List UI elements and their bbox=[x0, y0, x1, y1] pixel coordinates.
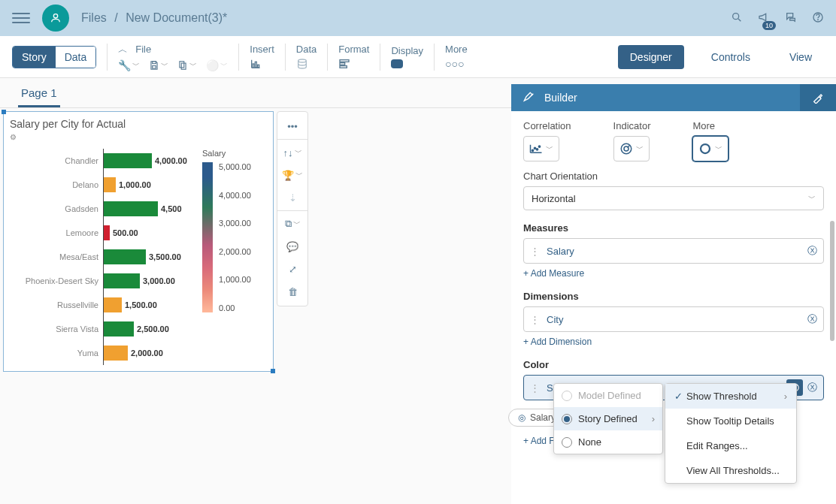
help-icon[interactable] bbox=[812, 11, 824, 26]
comment-icon[interactable] bbox=[391, 59, 403, 68]
chart-insert-icon[interactable] bbox=[250, 58, 262, 70]
mode-story[interactable]: Story bbox=[13, 47, 56, 68]
add-measure-link[interactable]: + Add Measure bbox=[523, 268, 584, 279]
more-dots-icon[interactable]: ○○○ bbox=[445, 58, 464, 70]
submenu-view-all[interactable]: View All Thresholds... bbox=[665, 458, 796, 483]
breadcrumb-sep: / bbox=[114, 11, 117, 24]
copy-icon[interactable]: ﹀ bbox=[177, 60, 197, 71]
shell-left: Files / New Document(3)* bbox=[12, 5, 227, 32]
share-icon[interactable]: ⚪﹀ bbox=[206, 59, 228, 71]
bar-row[interactable]: 500.00 bbox=[104, 221, 198, 245]
measure-chip-text: Salary bbox=[547, 246, 807, 257]
more-label: More bbox=[445, 44, 468, 55]
bar[interactable] bbox=[104, 321, 134, 337]
svg-rect-13 bbox=[340, 63, 345, 65]
remove-measure-icon[interactable]: ⓧ bbox=[807, 244, 817, 258]
scrollbar[interactable] bbox=[828, 206, 836, 386]
rank-icon[interactable]: 🏆 ﹀ bbox=[277, 164, 307, 186]
display-group: Display bbox=[391, 45, 423, 68]
bar[interactable] bbox=[104, 346, 128, 361]
bar-row[interactable]: 2,000.00 bbox=[104, 341, 198, 365]
viz-more-button[interactable]: ﹀ bbox=[692, 136, 728, 161]
drag-handle-icon[interactable]: ⋮ bbox=[530, 382, 541, 394]
delete-icon[interactable]: 🗑 bbox=[277, 280, 307, 303]
megaphone-icon[interactable]: 10 bbox=[758, 11, 770, 26]
dimension-chip[interactable]: ⋮ City ⓧ bbox=[523, 306, 824, 332]
bar-row[interactable]: 4,500 bbox=[104, 197, 198, 221]
drag-handle-icon[interactable]: ⋮ bbox=[530, 246, 541, 257]
viz-correlation-button[interactable]: ﹀ bbox=[523, 136, 559, 161]
breadcrumb-root[interactable]: Files bbox=[81, 11, 107, 24]
data-stack-icon[interactable] bbox=[296, 58, 308, 70]
orientation-select[interactable]: Horizontal ﹀ bbox=[523, 186, 824, 210]
toolbar-right: Designer Controls View bbox=[618, 45, 824, 69]
page-tab-1[interactable]: Page 1 bbox=[18, 80, 60, 107]
svg-point-3 bbox=[818, 20, 819, 20]
popup-none[interactable]: None bbox=[554, 430, 662, 454]
insert-group: Insert bbox=[250, 44, 274, 70]
fullscreen-icon[interactable]: ⤢ bbox=[277, 258, 307, 280]
bar[interactable] bbox=[104, 297, 122, 312]
drill-icon[interactable]: ⇣ bbox=[277, 186, 307, 209]
viz-indicator-button[interactable]: ﹀ bbox=[613, 136, 650, 161]
drag-handle-icon[interactable]: ⋮ bbox=[530, 314, 541, 325]
bar-row[interactable]: 2,500.00 bbox=[104, 317, 198, 341]
avatar[interactable] bbox=[42, 5, 69, 32]
search-icon[interactable] bbox=[731, 11, 743, 26]
chart-menu-icon[interactable]: ••• bbox=[277, 115, 307, 137]
bar[interactable] bbox=[104, 153, 152, 168]
remove-color-icon[interactable]: ⓧ bbox=[807, 381, 817, 394]
wrench-icon[interactable]: 🔧﹀ bbox=[118, 59, 140, 71]
bar[interactable] bbox=[104, 201, 158, 216]
submenu-show-tooltip[interactable]: Show Tooltip Details bbox=[665, 409, 796, 433]
bar[interactable] bbox=[104, 225, 110, 240]
chart-card[interactable]: Salary per City for Actual ⚙ ChandlerDel… bbox=[3, 111, 274, 372]
remove-dimension-icon[interactable]: ⓧ bbox=[807, 312, 817, 326]
copy-chart-icon[interactable]: ⧉ ﹀ bbox=[277, 213, 307, 235]
svg-point-17 bbox=[536, 149, 538, 150]
controls-button[interactable]: Controls bbox=[699, 45, 762, 69]
measure-chip[interactable]: ⋮ Salary ⓧ bbox=[523, 238, 824, 264]
sort-icon[interactable]: ↑↓ ﹀ bbox=[277, 141, 307, 164]
submenu-edit-ranges[interactable]: Edit Ranges... bbox=[665, 433, 796, 458]
save-icon[interactable]: ﹀ bbox=[149, 60, 168, 71]
menu-icon[interactable] bbox=[12, 9, 30, 27]
bar[interactable] bbox=[104, 177, 116, 192]
styling-tab-icon[interactable] bbox=[800, 84, 836, 111]
add-dimension-link[interactable]: + Add Dimension bbox=[523, 337, 592, 347]
popup-story-defined[interactable]: Story Defined› bbox=[554, 407, 662, 430]
popup-model-defined: Model Defined bbox=[554, 384, 662, 407]
breadcrumb-current[interactable]: New Document(3)* bbox=[126, 11, 227, 24]
file-label: File bbox=[135, 44, 151, 55]
svg-point-1 bbox=[733, 13, 739, 19]
bar-row[interactable]: 1,500.00 bbox=[104, 293, 198, 317]
svg-rect-9 bbox=[256, 62, 257, 68]
bar-row[interactable]: 4,000.00 bbox=[104, 149, 198, 173]
comment-chart-icon[interactable]: 💬 bbox=[277, 235, 307, 258]
toolbar: Story Data ︿ File 🔧﹀ ﹀ ﹀ ⚪﹀ Insert Data … bbox=[0, 36, 836, 78]
bar-value: 1,000.00 bbox=[119, 180, 151, 189]
svg-rect-10 bbox=[258, 65, 259, 68]
view-button[interactable]: View bbox=[777, 45, 824, 69]
svg-rect-6 bbox=[180, 61, 184, 67]
submenu-show-threshold[interactable]: ✓Show Threshold› bbox=[665, 384, 796, 409]
svg-point-21 bbox=[701, 144, 710, 153]
chevron-right-icon: › bbox=[652, 413, 655, 424]
orientation-label: Chart Orientation bbox=[523, 171, 824, 182]
bar[interactable] bbox=[104, 249, 146, 264]
bar-row[interactable]: 3,000.00 bbox=[104, 269, 198, 293]
bar-label: Mesa/East bbox=[8, 245, 98, 269]
mode-data[interactable]: Data bbox=[56, 47, 96, 68]
chevron-right-icon: › bbox=[784, 391, 787, 402]
chart-settings-icon[interactable]: ⚙ bbox=[8, 133, 268, 141]
designer-button[interactable]: Designer bbox=[618, 45, 684, 69]
bar-row[interactable]: 3,500.00 bbox=[104, 245, 198, 269]
discuss-icon[interactable] bbox=[785, 11, 797, 26]
collapse-chevron-icon[interactable]: ︿ bbox=[118, 43, 128, 56]
format-icon[interactable] bbox=[338, 58, 350, 70]
svg-point-15 bbox=[532, 149, 533, 151]
notification-badge: 10 bbox=[762, 21, 776, 30]
bar[interactable] bbox=[104, 273, 140, 288]
data-group: Data bbox=[296, 44, 317, 70]
bar-row[interactable]: 1,000.00 bbox=[104, 173, 198, 197]
